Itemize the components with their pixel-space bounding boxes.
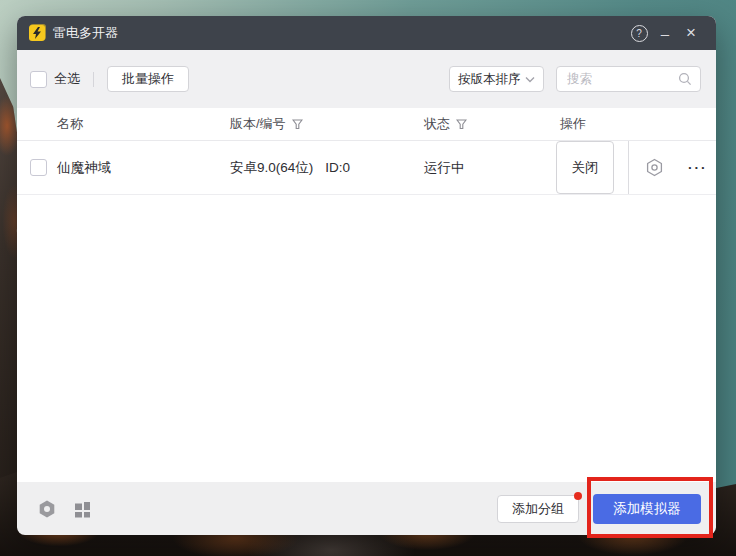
batch-operations-button[interactable]: 批量操作 — [107, 66, 189, 92]
window-title: 雷电多开器 — [53, 24, 626, 42]
app-window: 雷电多开器 ? – × 全选 批量操作 按版本排序 名称 版本/编号 — [17, 16, 716, 533]
notification-dot — [574, 492, 582, 500]
select-all-checkbox[interactable] — [30, 71, 47, 88]
row-version: 安卓9.0(64位) ID:0 — [230, 141, 350, 194]
toolbar-divider — [93, 72, 94, 87]
table-row[interactable]: 仙魔神域 安卓9.0(64位) ID:0 运行中 关闭 ··· — [17, 141, 716, 195]
row-status-badge: 运行中 — [424, 141, 465, 194]
column-header-operations: 操作 — [560, 108, 586, 140]
titlebar: 雷电多开器 ? – × — [17, 16, 716, 50]
column-header-name: 名称 — [57, 108, 83, 140]
minimize-icon[interactable]: – — [652, 25, 678, 42]
search-input[interactable] — [565, 71, 678, 87]
toolbar: 全选 批量操作 按版本排序 — [17, 50, 716, 108]
row-instance-id: ID:0 — [325, 160, 350, 175]
funnel-icon[interactable] — [292, 119, 303, 130]
add-group-label: 添加分组 — [512, 500, 564, 518]
search-box — [556, 66, 701, 92]
help-icon[interactable]: ? — [626, 25, 652, 42]
row-name: 仙魔神域 — [57, 141, 111, 194]
sort-dropdown[interactable]: 按版本排序 — [449, 66, 544, 92]
row-close-button[interactable]: 关闭 — [556, 141, 614, 194]
row-more-icon[interactable]: ··· — [688, 141, 708, 194]
column-header-status[interactable]: 状态 — [424, 108, 467, 140]
column-header-version[interactable]: 版本/编号 — [230, 108, 303, 140]
app-logo-lightning-icon — [29, 25, 45, 41]
row-checkbox-cell — [30, 141, 47, 194]
add-emulator-button[interactable]: 添加模拟器 — [593, 494, 701, 524]
footer-bar: 添加分组 添加模拟器 — [17, 482, 716, 535]
select-all-label: 全选 — [54, 70, 80, 88]
sort-dropdown-label: 按版本排序 — [458, 71, 525, 88]
search-icon[interactable] — [678, 72, 692, 86]
list-empty-area — [17, 195, 716, 482]
row-version-text: 安卓9.0(64位) — [230, 159, 313, 177]
settings-gear-icon[interactable] — [37, 499, 57, 519]
row-divider — [628, 141, 629, 194]
close-icon[interactable]: × — [678, 23, 704, 43]
chevron-down-icon — [525, 76, 535, 83]
table-header-row: 名称 版本/编号 状态 操作 — [17, 108, 716, 141]
row-settings-gear-icon[interactable] — [645, 141, 664, 194]
funnel-icon[interactable] — [456, 119, 467, 130]
row-checkbox[interactable] — [30, 159, 47, 176]
multi-window-grid-icon[interactable] — [72, 499, 92, 519]
add-group-button[interactable]: 添加分组 — [497, 495, 579, 523]
